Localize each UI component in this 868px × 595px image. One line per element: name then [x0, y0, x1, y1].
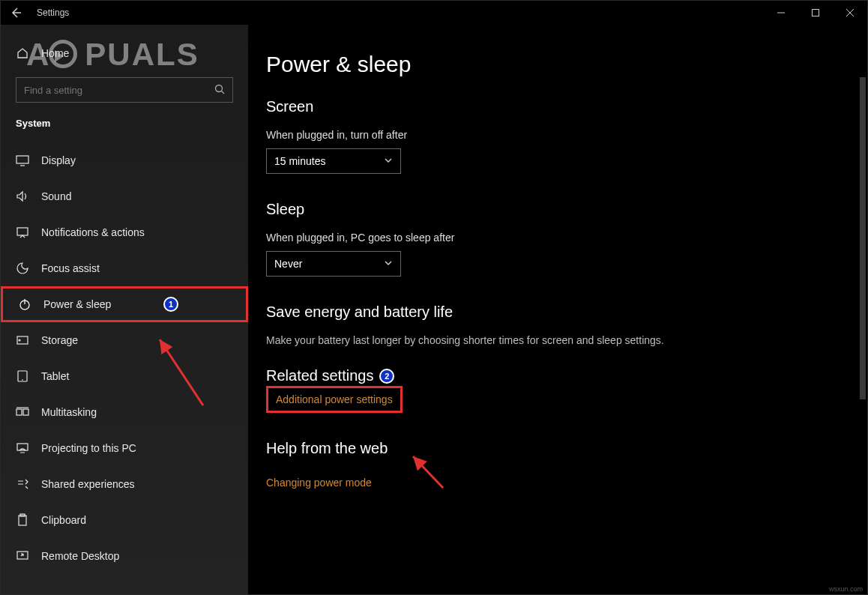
focus-assist-icon	[16, 262, 29, 275]
sidebar-item-clipboard[interactable]: Clipboard	[1, 502, 248, 538]
sidebar-item-shared-experiences[interactable]: Shared experiences	[1, 466, 248, 502]
sidebar-item-label: Focus assist	[41, 262, 100, 274]
close-icon	[846, 9, 854, 16]
changing-power-mode-link[interactable]: Changing power mode	[266, 477, 372, 489]
screen-heading: Screen	[266, 98, 867, 115]
window-body: Home System Display Sound	[1, 25, 867, 594]
sidebar-item-storage[interactable]: Storage	[1, 322, 248, 358]
notifications-icon	[16, 226, 29, 239]
annotation-badge-1: 1	[163, 297, 178, 312]
sidebar-item-display[interactable]: Display	[1, 142, 248, 178]
content-area: Power & sleep Screen When plugged in, tu…	[248, 25, 867, 594]
svg-rect-8	[16, 409, 22, 415]
sleep-timeout-value: Never	[274, 258, 302, 270]
settings-window: Settings Home System	[0, 0, 868, 595]
svg-rect-9	[23, 409, 28, 415]
minimize-button[interactable]	[764, 1, 798, 25]
sidebar-item-label: Power & sleep	[43, 298, 111, 310]
svg-rect-11	[19, 516, 26, 525]
sidebar-item-label: Tablet	[41, 370, 69, 382]
multitasking-icon	[16, 405, 29, 419]
maximize-icon	[812, 9, 819, 16]
save-energy-subtext: Make your battery last longer by choosin…	[266, 334, 867, 346]
sidebar-item-label: Storage	[41, 334, 78, 346]
sidebar-item-label: Projecting to this PC	[41, 442, 136, 454]
sidebar-item-label: Remote Desktop	[41, 550, 119, 562]
clipboard-icon	[16, 513, 29, 527]
tablet-icon	[16, 369, 29, 383]
sleep-heading: Sleep	[266, 201, 867, 218]
sidebar-item-notifications[interactable]: Notifications & actions	[1, 214, 248, 250]
related-settings-heading: Related settings	[266, 367, 373, 384]
sleep-label: When plugged in, PC goes to sleep after	[266, 232, 867, 244]
projecting-icon	[16, 441, 29, 455]
screen-label: When plugged in, turn off after	[266, 129, 867, 141]
sidebar-home[interactable]: Home	[1, 47, 248, 77]
sidebar-item-multitasking[interactable]: Multitasking	[1, 394, 248, 430]
chevron-down-icon	[384, 155, 393, 167]
shared-experiences-icon	[16, 477, 29, 491]
back-button[interactable]	[8, 5, 23, 20]
remote-desktop-icon	[16, 549, 29, 563]
sidebar-item-label: Sound	[41, 190, 71, 202]
sidebar-item-focus-assist[interactable]: Focus assist	[1, 250, 248, 286]
search-box[interactable]	[16, 77, 233, 103]
sidebar-category: System	[1, 118, 248, 142]
window-controls	[764, 1, 867, 25]
sidebar-item-tablet[interactable]: Tablet	[1, 358, 248, 394]
sidebar-item-sound[interactable]: Sound	[1, 178, 248, 214]
sidebar: Home System Display Sound	[1, 25, 248, 594]
sidebar-item-label: Shared experiences	[41, 478, 135, 490]
display-icon	[16, 154, 29, 167]
sidebar-item-label: Display	[41, 154, 76, 166]
sidebar-item-label: Notifications & actions	[41, 226, 145, 238]
search-input[interactable]	[24, 85, 214, 96]
sidebar-item-label: Clipboard	[41, 514, 86, 526]
sidebar-nav: Display Sound Notifications & actions Fo…	[1, 142, 248, 574]
close-button[interactable]	[833, 1, 867, 25]
minimize-icon	[777, 9, 785, 16]
svg-rect-2	[16, 156, 28, 163]
svg-rect-0	[813, 10, 819, 16]
related-settings-row: Related settings 2	[266, 367, 867, 384]
page-title: Power & sleep	[266, 52, 867, 77]
arrow-left-icon	[10, 7, 22, 19]
maximize-button[interactable]	[798, 1, 833, 25]
sidebar-item-label: Multitasking	[41, 406, 97, 418]
titlebar: Settings	[1, 1, 867, 25]
source-note: wsxun.com	[829, 585, 863, 593]
sound-icon	[16, 190, 29, 203]
chevron-down-icon	[384, 258, 393, 270]
svg-point-6	[19, 339, 20, 341]
additional-power-settings-highlight: Additional power settings	[266, 386, 403, 413]
screen-timeout-select[interactable]: 15 minutes	[266, 148, 401, 174]
svg-rect-13	[17, 552, 28, 559]
sidebar-item-power-sleep[interactable]: Power & sleep 1	[1, 286, 248, 322]
svg-point-1	[216, 85, 223, 91]
home-icon	[16, 47, 29, 59]
svg-rect-10	[17, 444, 28, 450]
svg-rect-3	[17, 228, 28, 235]
power-icon	[18, 298, 31, 311]
help-heading: Help from the web	[266, 440, 867, 457]
annotation-badge-2: 2	[379, 369, 394, 384]
storage-icon	[16, 333, 29, 347]
additional-power-settings-link[interactable]: Additional power settings	[276, 393, 393, 405]
save-energy-heading: Save energy and battery life	[266, 303, 867, 321]
sleep-timeout-select[interactable]: Never	[266, 251, 401, 277]
sidebar-item-projecting[interactable]: Projecting to this PC	[1, 430, 248, 466]
home-label: Home	[41, 47, 69, 59]
scrollbar-thumb[interactable]	[860, 77, 866, 399]
sidebar-item-remote-desktop[interactable]: Remote Desktop	[1, 538, 248, 574]
search-icon	[214, 84, 225, 97]
window-title: Settings	[37, 7, 69, 18]
screen-timeout-value: 15 minutes	[274, 155, 325, 167]
